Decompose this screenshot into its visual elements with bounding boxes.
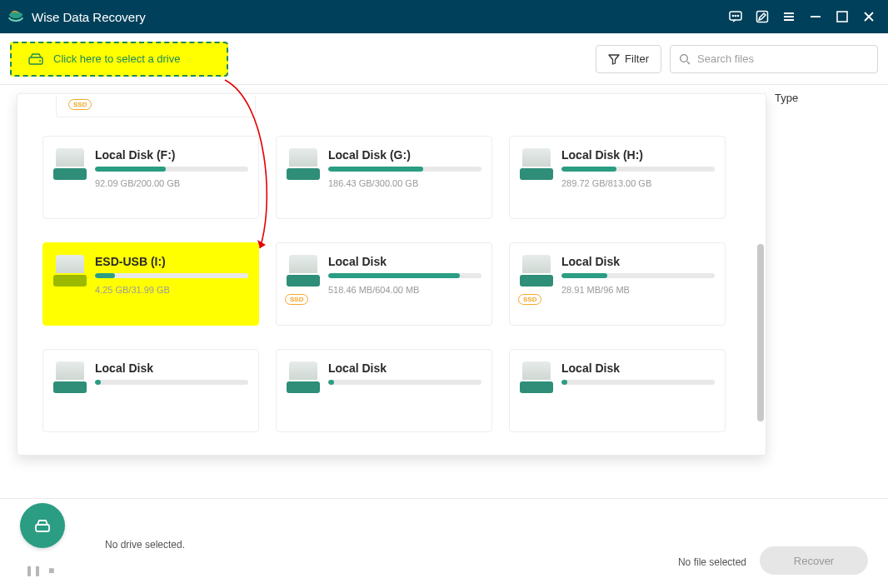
recover-label: Recover bbox=[794, 555, 834, 567]
drive-size: 4.25 GB/31.99 GB bbox=[95, 285, 248, 295]
search-icon bbox=[679, 53, 691, 65]
hdd-drive-icon bbox=[287, 361, 320, 396]
drive-name: Local Disk (H:) bbox=[561, 148, 715, 162]
column-header-type: Type bbox=[775, 92, 875, 104]
search-field[interactable] bbox=[696, 52, 869, 66]
svg-rect-9 bbox=[36, 525, 49, 531]
drive-card[interactable]: Local Disk bbox=[276, 349, 492, 432]
usb-drive-icon bbox=[53, 255, 87, 290]
select-drive-button[interactable]: Click here to select a drive bbox=[10, 42, 228, 77]
footer: No drive selected. No file selected Reco… bbox=[0, 498, 888, 588]
menu-icon[interactable] bbox=[776, 4, 801, 29]
scrollbar[interactable] bbox=[757, 244, 764, 421]
select-drive-label: Click here to select a drive bbox=[53, 52, 180, 65]
ssd-drive-icon: SSD bbox=[287, 255, 320, 290]
drive-name: Local Disk bbox=[561, 255, 715, 268]
no-file-label: No file selected bbox=[678, 556, 746, 568]
search-input[interactable] bbox=[670, 45, 878, 73]
ssd-badge: SSD bbox=[68, 99, 92, 110]
app-logo-icon bbox=[7, 7, 25, 26]
usage-bar bbox=[95, 167, 248, 172]
drive-card[interactable]: SSDLocal Disk28.91 MB/96 MB bbox=[509, 242, 726, 326]
no-drive-label: No drive selected. bbox=[105, 539, 185, 551]
maximize-button[interactable] bbox=[830, 4, 855, 29]
edit-icon[interactable] bbox=[750, 4, 775, 29]
usage-bar bbox=[561, 167, 715, 172]
svg-point-7 bbox=[39, 60, 41, 62]
drive-size: 186.43 GB/300.00 GB bbox=[328, 178, 481, 188]
drive-card[interactable]: Local Disk bbox=[42, 349, 259, 432]
filter-button[interactable]: Filter bbox=[596, 45, 661, 73]
app-title: Wise Data Recovery bbox=[32, 10, 146, 24]
svg-rect-5 bbox=[837, 12, 847, 22]
drive-size: 28.91 MB/96 MB bbox=[561, 285, 715, 295]
usage-bar bbox=[95, 273, 248, 278]
svg-point-2 bbox=[735, 15, 736, 16]
drive-card[interactable]: ESD-USB (I:)4.25 GB/31.99 GB bbox=[42, 242, 259, 326]
filter-icon bbox=[608, 53, 620, 65]
drive-name: Local Disk bbox=[561, 361, 715, 375]
drive-card[interactable]: Local Disk (F:)92.09 GB/200.00 GB bbox=[42, 136, 259, 219]
drive-name: Local Disk bbox=[95, 361, 248, 375]
drive-name: Local Disk bbox=[328, 361, 481, 375]
titlebar: Wise Data Recovery bbox=[0, 0, 888, 33]
feedback-icon[interactable] bbox=[723, 4, 748, 29]
close-button[interactable] bbox=[856, 4, 881, 29]
usage-bar bbox=[328, 167, 481, 172]
drive-name: Local Disk (F:) bbox=[95, 148, 248, 162]
selected-drive-button[interactable] bbox=[20, 503, 65, 548]
toolbar: Click here to select a drive Filter bbox=[0, 33, 888, 85]
usage-bar bbox=[561, 380, 715, 385]
usage-bar bbox=[328, 273, 481, 278]
drive-size: 518.46 MB/604.00 MB bbox=[328, 285, 481, 295]
hdd-drive-icon bbox=[53, 148, 87, 183]
drive-size: 92.09 GB/200.00 GB bbox=[95, 178, 248, 188]
hdd-drive-icon bbox=[520, 148, 553, 183]
hdd-drive-icon bbox=[287, 148, 320, 183]
svg-point-8 bbox=[681, 54, 688, 62]
drive-name: Local Disk bbox=[328, 255, 481, 268]
recover-button[interactable]: Recover bbox=[760, 546, 868, 575]
stop-icon[interactable]: ■ bbox=[48, 565, 54, 576]
svg-point-1 bbox=[732, 15, 733, 16]
ssd-badge: SSD bbox=[518, 294, 541, 305]
drive-card[interactable]: Local Disk (G:)186.43 GB/300.00 GB bbox=[276, 136, 492, 219]
drive-card[interactable]: Local Disk (H:)289.72 GB/813.00 GB bbox=[509, 136, 726, 219]
ssd-badge: SSD bbox=[285, 294, 308, 305]
usage-bar bbox=[328, 380, 481, 385]
usage-bar bbox=[95, 380, 248, 385]
drive-card[interactable]: Local Disk bbox=[509, 349, 726, 432]
drive-card[interactable]: SSDLocal Disk518.46 MB/604.00 MB bbox=[276, 242, 492, 326]
drive-outline-icon bbox=[32, 515, 53, 536]
drive-size: 289.72 GB/813.00 GB bbox=[561, 178, 715, 188]
hdd-drive-icon bbox=[520, 361, 553, 396]
drive-icon bbox=[27, 52, 45, 67]
usage-bar bbox=[561, 273, 715, 278]
filter-label: Filter bbox=[625, 52, 649, 65]
drive-name: Local Disk (G:) bbox=[328, 148, 481, 162]
minimize-button[interactable] bbox=[803, 4, 828, 29]
hdd-drive-icon bbox=[53, 361, 87, 396]
svg-point-3 bbox=[737, 15, 738, 16]
media-controls: ❚❚ ■ bbox=[25, 565, 54, 576]
drive-selector-panel: Local Disk (F:)92.09 GB/200.00 GBLocal D… bbox=[17, 93, 766, 456]
pause-icon[interactable]: ❚❚ bbox=[25, 565, 42, 576]
drive-name: ESD-USB (I:) bbox=[95, 255, 248, 268]
ssd-drive-icon: SSD bbox=[520, 255, 553, 290]
